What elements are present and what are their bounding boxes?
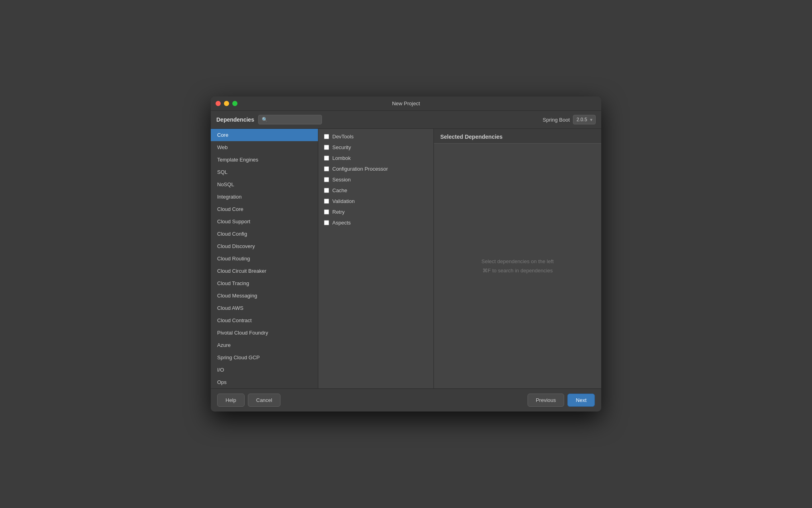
dependency-security[interactable]: Security — [318, 142, 433, 153]
configuration-processor-label: Configuration Processor — [332, 166, 388, 172]
dependency-validation[interactable]: Validation — [318, 196, 433, 207]
minimize-button[interactable] — [224, 101, 229, 106]
placeholder-text: Select dependencies on the left ⌘F to se… — [481, 257, 553, 276]
left-panel: Core Web Template Engines SQL NoSQL Inte… — [211, 129, 318, 388]
search-input[interactable] — [269, 117, 318, 122]
right-panel-content: Select dependencies on the left ⌘F to se… — [442, 152, 593, 380]
middle-panel: DevTools Security Lombok Configuration P… — [318, 129, 434, 388]
validation-checkbox[interactable] — [324, 199, 329, 204]
sidebar-item-cloud-discovery[interactable]: Cloud Discovery — [211, 240, 318, 252]
right-panel: Select dependencies on the left ⌘F to se… — [434, 144, 601, 388]
version-wrapper: 2.0.5 2.1.0 2.2.0 ▼ — [573, 115, 596, 124]
lombok-label: Lombok — [332, 155, 351, 161]
sidebar-item-azure[interactable]: Azure — [211, 339, 318, 351]
sidebar-item-cloud-support[interactable]: Cloud Support — [211, 215, 318, 228]
version-select[interactable]: 2.0.5 2.1.0 2.2.0 — [573, 115, 596, 124]
retry-label: Retry — [332, 209, 345, 215]
dependency-retry[interactable]: Retry — [318, 207, 433, 217]
sidebar-item-integration[interactable]: Integration — [211, 191, 318, 203]
session-checkbox[interactable] — [324, 177, 329, 182]
footer: Help Cancel Previous Next — [211, 388, 601, 412]
help-button[interactable]: Help — [217, 394, 245, 407]
panels: Core Web Template Engines SQL NoSQL Inte… — [211, 129, 601, 388]
sidebar-item-cloud-messaging[interactable]: Cloud Messaging — [211, 289, 318, 302]
window-controls — [216, 101, 237, 106]
sidebar-item-io[interactable]: I/O — [211, 364, 318, 376]
selected-dependencies-title: Selected Dependencies — [434, 129, 601, 144]
sidebar-item-cloud-aws[interactable]: Cloud AWS — [211, 302, 318, 314]
close-button[interactable] — [216, 101, 221, 106]
retry-checkbox[interactable] — [324, 209, 329, 215]
previous-button[interactable]: Previous — [528, 394, 565, 407]
devtools-checkbox[interactable] — [324, 134, 329, 139]
cancel-button[interactable]: Cancel — [248, 394, 280, 407]
sidebar-item-sql[interactable]: SQL — [211, 166, 318, 178]
lombok-checkbox[interactable] — [324, 156, 329, 161]
sidebar-item-web[interactable]: Web — [211, 141, 318, 154]
dependency-aspects[interactable]: Aspects — [318, 217, 433, 228]
maximize-button[interactable] — [232, 101, 237, 106]
search-icon: 🔍 — [262, 117, 268, 122]
placeholder-line1: Select dependencies on the left — [481, 257, 553, 266]
security-checkbox[interactable] — [324, 145, 329, 150]
sidebar-item-cloud-circuit-breaker[interactable]: Cloud Circuit Breaker — [211, 265, 318, 277]
placeholder-line2: ⌘F to search in dependencies — [481, 266, 553, 275]
main-window: New Project Dependencies 🔍 Spring Boot 2… — [211, 96, 601, 412]
right-panel-wrapper: Selected Dependencies Select dependencie… — [434, 129, 601, 388]
next-button[interactable]: Next — [567, 394, 595, 407]
aspects-label: Aspects — [332, 220, 351, 226]
cache-checkbox[interactable] — [324, 188, 329, 193]
dependency-session[interactable]: Session — [318, 174, 433, 185]
spring-boot-label: Spring Boot — [543, 117, 570, 123]
devtools-label: DevTools — [332, 134, 353, 140]
window-title: New Project — [392, 100, 420, 106]
dependencies-label: Dependencies — [216, 116, 254, 123]
aspects-checkbox[interactable] — [324, 220, 329, 225]
dependency-configuration-processor[interactable]: Configuration Processor — [318, 163, 433, 174]
title-bar: New Project — [211, 96, 601, 111]
security-label: Security — [332, 144, 351, 150]
footer-left: Help Cancel — [217, 394, 280, 407]
footer-right: Previous Next — [528, 394, 595, 407]
sidebar-item-cloud-contract[interactable]: Cloud Contract — [211, 314, 318, 327]
sidebar-item-ops[interactable]: Ops — [211, 376, 318, 388]
dependency-cache[interactable]: Cache — [318, 185, 433, 196]
sidebar-item-pivotal-cloud-foundry[interactable]: Pivotal Cloud Foundry — [211, 327, 318, 339]
header-row: Dependencies 🔍 Spring Boot 2.0.5 2.1.0 2… — [211, 111, 601, 129]
configuration-processor-checkbox[interactable] — [324, 166, 329, 171]
sidebar-item-nosql[interactable]: NoSQL — [211, 178, 318, 191]
sidebar-item-cloud-core[interactable]: Cloud Core — [211, 203, 318, 215]
validation-label: Validation — [332, 198, 355, 204]
dependency-lombok[interactable]: Lombok — [318, 153, 433, 163]
sidebar-item-cloud-config[interactable]: Cloud Config — [211, 228, 318, 240]
sidebar-item-core[interactable]: Core — [211, 129, 318, 141]
sidebar-item-spring-cloud-gcp[interactable]: Spring Cloud GCP — [211, 351, 318, 364]
sidebar-item-cloud-routing[interactable]: Cloud Routing — [211, 252, 318, 265]
dependency-devtools[interactable]: DevTools — [318, 131, 433, 142]
cache-label: Cache — [332, 187, 347, 193]
search-box[interactable]: 🔍 — [258, 115, 322, 124]
sidebar-item-cloud-tracing[interactable]: Cloud Tracing — [211, 277, 318, 289]
sidebar-item-template-engines[interactable]: Template Engines — [211, 154, 318, 166]
session-label: Session — [332, 177, 351, 183]
